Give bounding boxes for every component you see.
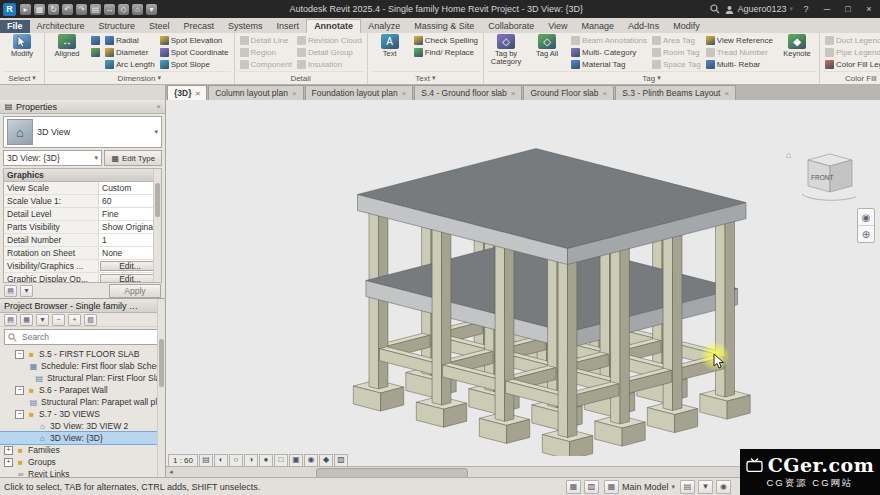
- ribbon-tab-file[interactable]: File: [0, 20, 30, 33]
- edit-type-button[interactable]: ▦ Edit Type: [104, 150, 162, 166]
- apply-button[interactable]: Apply: [109, 284, 161, 298]
- ribbon-tab-precast[interactable]: Precast: [177, 20, 222, 33]
- edit-button[interactable]: Edit...: [100, 261, 160, 271]
- tree-item-s-5-first-floor-slab[interactable]: −■S.5 - FIRST FLOOR SLAB: [0, 348, 165, 360]
- check-spelling-button[interactable]: Check Spelling: [412, 34, 480, 46]
- undo-icon[interactable]: ↶: [62, 4, 73, 15]
- list-icon[interactable]: ▦: [20, 314, 33, 326]
- edit-button[interactable]: Edit...: [100, 274, 160, 283]
- default-3d-view-icon[interactable]: ⌂: [132, 4, 143, 15]
- collapse-node-icon[interactable]: −: [15, 350, 24, 359]
- close-tab-icon[interactable]: ×: [603, 89, 608, 98]
- color-fill-legend-button[interactable]: Color Fill Legend: [823, 58, 880, 70]
- ribbon-tab-steel[interactable]: Steel: [142, 20, 177, 33]
- properties-title-bar[interactable]: ▤ Properties ×: [0, 100, 165, 114]
- tag-panel-label[interactable]: Tag▾: [487, 71, 816, 84]
- linear-button[interactable]: [89, 34, 102, 46]
- ribbon-tab-structure[interactable]: Structure: [92, 20, 143, 33]
- view-cube[interactable]: ⌂ FRONT: [782, 146, 856, 206]
- tree-item-schedule-first-floor-slab-schedule[interactable]: ▦Schedule: First floor slab Schedule: [0, 360, 165, 372]
- search-icon[interactable]: [710, 4, 720, 14]
- ribbon-tab-massing-site[interactable]: Massing & Site: [407, 20, 481, 33]
- view-reference-button[interactable]: View Reference: [704, 34, 775, 46]
- property-value[interactable]: 1: [99, 234, 161, 246]
- aligned-button[interactable]: ↔Aligned: [48, 34, 86, 71]
- save-icon[interactable]: ▦: [34, 4, 45, 15]
- tree-item-3d-view-3d[interactable]: ⌂3D View: {3D}: [0, 432, 165, 444]
- ribbon-tab-insert[interactable]: Insert: [270, 20, 307, 33]
- view-tab-s-3-plinth-beams-layout[interactable]: S.3 - Plinth Beams Layout×: [615, 85, 736, 100]
- ribbon-tab-collaborate[interactable]: Collaborate: [481, 20, 541, 33]
- qat-dropdown-icon[interactable]: ▾: [146, 4, 157, 15]
- ribbon-tab-architecture[interactable]: Architecture: [30, 20, 92, 33]
- spot-coordinate-button[interactable]: Spot Coordinate: [158, 46, 231, 58]
- spot-elevation-button[interactable]: Spot Elevation: [158, 34, 231, 46]
- ribbon-tab-systems[interactable]: Systems: [221, 20, 270, 33]
- modify-button[interactable]: Modify: [3, 34, 41, 71]
- property-value[interactable]: Custom: [99, 182, 161, 194]
- restore-button[interactable]: □: [840, 2, 856, 16]
- diameter-button[interactable]: Diameter: [103, 46, 157, 58]
- tag-all-button[interactable]: ◇Tag All: [528, 34, 566, 71]
- ribbon-tab-analyze[interactable]: Analyze: [361, 20, 407, 33]
- angular-button[interactable]: [89, 46, 102, 58]
- tree-item-s-7-3d-views[interactable]: −■S.7 - 3D VIEWS: [0, 408, 165, 420]
- property-value[interactable]: None: [99, 247, 161, 259]
- material-tag-button[interactable]: Material Tag: [569, 58, 649, 70]
- view-tab-column-layout-plan[interactable]: Column layout plan×: [208, 85, 303, 100]
- text-button[interactable]: AText: [371, 34, 409, 71]
- redo-icon[interactable]: ↷: [76, 4, 87, 15]
- help-button[interactable]: ?: [798, 2, 814, 16]
- ribbon-tab-annotate[interactable]: Annotate: [306, 19, 361, 33]
- collapse-node-icon[interactable]: −: [15, 410, 24, 419]
- view-tab-ground-floor-slab[interactable]: Ground Floor slab×: [523, 85, 614, 100]
- view-tab-3d[interactable]: {3D}×: [167, 85, 207, 100]
- filter-icon[interactable]: ▼: [698, 480, 713, 494]
- ribbon-tab-view[interactable]: View: [541, 20, 574, 33]
- tree-item-families[interactable]: +■Families: [0, 444, 165, 456]
- view-tab-foundation-layout-plan[interactable]: Foundation layout plan×: [305, 85, 414, 100]
- browser-settings-icon[interactable]: ▧: [84, 314, 97, 326]
- ribbon-tab-modify[interactable]: Modify: [666, 20, 707, 33]
- tree-item-3d-view-3d-view-2[interactable]: ⌂3D View: 3D VIEW 2: [0, 420, 165, 432]
- dimension-panel-label[interactable]: Dimension▾: [48, 71, 231, 84]
- properties-help-icon[interactable]: ▤: [4, 285, 17, 297]
- steering-wheel-icon[interactable]: ◉: [858, 209, 874, 226]
- multi-category-button[interactable]: Multi- Category: [569, 46, 649, 58]
- spot-slope-button[interactable]: Spot Slope: [158, 58, 231, 70]
- close-tab-icon[interactable]: ×: [511, 89, 516, 98]
- close-tab-icon[interactable]: ×: [402, 89, 407, 98]
- drawing-area[interactable]: ⌂ FRONT ◉ ⊕ 1 : 60 ▤◐○◑: [166, 100, 880, 477]
- properties-filter-icon[interactable]: ▼: [20, 285, 33, 297]
- expand-node-icon[interactable]: +: [4, 458, 13, 467]
- active-workset-selector[interactable]: ▦ Main Model ▾: [604, 480, 675, 494]
- property-value[interactable]: Show Original: [99, 221, 161, 233]
- scrollbar-thumb[interactable]: [316, 468, 468, 477]
- tree-item-structural-plan-parapet-wall-plan[interactable]: ▤Structural Plan: Parapet wall plan: [0, 396, 165, 408]
- selection-toggle-icon[interactable]: ◉: [716, 480, 731, 494]
- tree-item-revit-links[interactable]: ∞Revit Links: [0, 468, 165, 477]
- browser-scrollbar[interactable]: [157, 299, 165, 477]
- filter-icon[interactable]: ▼: [36, 314, 49, 326]
- properties-scrollbar[interactable]: [153, 169, 161, 282]
- arc-length-button[interactable]: Arc Length: [103, 58, 157, 70]
- close-tab-icon[interactable]: ×: [195, 89, 200, 98]
- open-icon[interactable]: ▸: [20, 4, 31, 15]
- colorfill-panel-label[interactable]: Color Fill: [823, 71, 880, 84]
- expand-all-icon[interactable]: +: [68, 314, 81, 326]
- tag-icon[interactable]: ◇: [118, 4, 129, 15]
- find-replace-button[interactable]: Find/ Replace: [412, 46, 480, 58]
- close-tab-icon[interactable]: ×: [292, 89, 297, 98]
- project-browser-title-bar[interactable]: Project Browser - Single family Home Rev…: [0, 299, 165, 313]
- collapse-node-icon[interactable]: −: [15, 386, 24, 395]
- zoom-icon[interactable]: ⊕: [858, 226, 874, 242]
- search-input[interactable]: [20, 331, 157, 343]
- ribbon-tab-manage[interactable]: Manage: [575, 20, 622, 33]
- design-options-icon[interactable]: ▧: [584, 480, 599, 494]
- select-panel-label[interactable]: Select▾: [3, 71, 41, 84]
- measure-icon[interactable]: ↔: [104, 4, 115, 15]
- close-tab-icon[interactable]: ×: [724, 89, 729, 98]
- revit-logo-icon[interactable]: R: [3, 3, 16, 16]
- scroll-left-icon[interactable]: ◂: [166, 468, 176, 476]
- graphics-section-header[interactable]: Graphics▴: [4, 169, 161, 182]
